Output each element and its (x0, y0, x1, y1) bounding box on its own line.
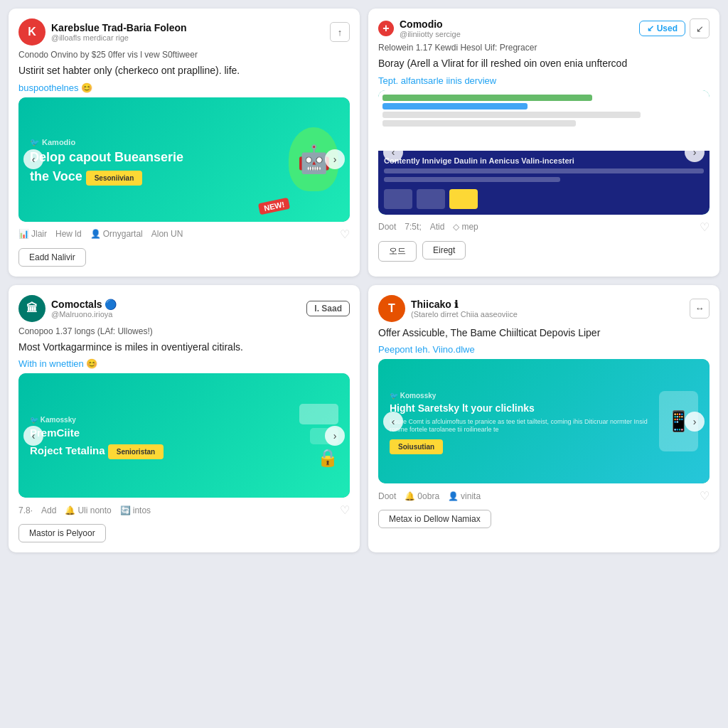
card-header-left: TThiicako ℹ(Starelo dirret Chiia aaseovi… (378, 295, 518, 322)
carousel-right-arrow[interactable]: › (685, 412, 705, 432)
footer-stat: Hew ld (55, 229, 82, 239)
card-header-right: I. Saad (306, 301, 350, 316)
card-main-text: Most Vortkagarmince is miles in oventiye… (18, 341, 350, 355)
card-action-btn[interactable]: Metax io Dellow Namiax (378, 510, 491, 528)
card-link-text[interactable]: Tept. alfantsarle iinis derview (378, 75, 710, 86)
avatar: T (378, 295, 405, 322)
carousel-left-arrow[interactable]: ‹ (23, 426, 43, 446)
avatar: 🏛 (18, 295, 46, 322)
card-icon-btn[interactable]: ↔ (690, 299, 710, 318)
card-carousel: ‹ 🐦 Kamossky PremCiiteRoject Tetalina Se… (18, 373, 350, 498)
card-footer: Doot7:5t;Atid◇mep♡ (378, 220, 710, 234)
footer-stat: 🔄intos (120, 505, 151, 515)
new-badge: NEW! (257, 197, 290, 215)
like-button[interactable]: ♡ (700, 489, 710, 503)
footer-stat-label: Ornygartal (103, 229, 143, 239)
card-card1: KKarebslue Trad-Baria Foleon@illoafls me… (9, 9, 360, 277)
footer-stat-icon: 👤 (448, 491, 459, 501)
card-icon-btn[interactable]: ↑ (330, 22, 350, 42)
extra-action-btn[interactable]: Eiregt (422, 241, 466, 259)
card-header: TThiicako ℹ(Starelo dirret Chiia aaseovi… (378, 295, 710, 322)
footer-stat-label: Doot (378, 491, 396, 501)
footer-stat-icon: 🔄 (120, 505, 131, 515)
footer-stat-label: mep (461, 222, 478, 232)
card-header-right: ↔ (690, 299, 710, 318)
footer-stat-label: Doot (378, 222, 396, 232)
account-handle: (Starelo dirret Chiia aaseoviice (411, 310, 518, 318)
like-button[interactable]: ♡ (700, 220, 710, 234)
account-info: Comoctals 🔵@Malruono.irioya (51, 299, 117, 318)
footer-stat-label: Alon UN (151, 229, 183, 239)
card-carousel: ‹ 🐦 Komossky Hight Saretsky lt your clic… (378, 359, 710, 483)
card-image-kamossky: 🐦 Kamossky PremCiiteRoject Tetalina Seni… (18, 373, 350, 498)
card-footer: Doot🔔0obra👤vinita♡ (378, 489, 710, 503)
footer-stat: 👤vinita (448, 491, 481, 501)
card-image-dashboard: Contently Innivige Daulin in Aenicus Val… (378, 90, 710, 215)
carousel-right-arrow[interactable]: › (325, 149, 345, 169)
avatar: + (378, 21, 394, 36)
extra-action-btn[interactable]: 오드 (378, 241, 417, 262)
card-action-btn[interactable]: Eadd Nalivir (18, 248, 86, 267)
account-handle: @Malruono.irioya (51, 310, 117, 318)
card-action-btn[interactable]: Mastor is Pelyoor (18, 524, 106, 542)
card-image-kamodio: 🐦 Kamodio Delop capout Bueanserie the Vo… (18, 97, 350, 222)
card-badge[interactable]: I. Saad (306, 301, 350, 316)
card-carousel: ‹ 🐦 Kamodio Delop capout Bueanserie the … (18, 97, 350, 222)
account-name: Comoctals 🔵 (51, 299, 117, 310)
card-link-text[interactable]: Peepont leh. Viino.dlwe (378, 344, 710, 355)
card-header: +Comodio@iliniiotty sercige↙ Used↙ (378, 18, 710, 38)
card-link-text[interactable]: With in wnettien 😊 (18, 358, 350, 369)
card-header-right: ↙ Used↙ (639, 18, 710, 38)
kamossky-cta-btn[interactable]: Senioristan (108, 444, 164, 459)
account-name: Karebslue Trad-Baria Foleon (51, 22, 187, 33)
footer-stat-label: intos (133, 505, 151, 515)
kamossky-text: 🐦 Kamossky PremCiiteRoject Tetalina Seni… (30, 412, 164, 459)
card-header-left: +Comodio@iliniiotty sercige (378, 18, 461, 38)
footer-stat: 👤Ornygartal (90, 229, 143, 239)
footer-stat: 🔔0obra (405, 491, 439, 501)
card-header: KKarebslue Trad-Baria Foleon@illoafls me… (18, 18, 350, 46)
footer-stat-label: Atid (430, 222, 445, 232)
card-carousel: ‹ Contently Innivige Daulin in Aenicus V… (378, 90, 710, 215)
footer-stat: 7:5t; (405, 222, 421, 232)
like-button[interactable]: ♡ (340, 503, 350, 517)
carousel-right-arrow[interactable]: › (325, 426, 345, 446)
card-footer: 📊JlairHew ld👤OrnygartalAlon UN♡ (18, 228, 350, 241)
extra-btns-row: 오드Eiregt (378, 238, 710, 262)
card-footer: 7.8·Add🔔Uli nonto🔄intos♡ (18, 503, 350, 517)
footer-stat-label: vinita (461, 491, 481, 501)
card-header-left: 🏛Comoctals 🔵@Malruono.irioya (18, 295, 117, 322)
main-grid: KKarebslue Trad-Baria Foleon@illoafls me… (0, 0, 728, 561)
card-link-text[interactable]: buspoothelnes 😊 (18, 82, 350, 93)
kamodio-cta-btn[interactable]: Sesoniivian (86, 171, 143, 186)
footer-stat-icon: 📊 (18, 229, 29, 239)
account-info: Karebslue Trad-Baria Foleon@illoafls mer… (51, 22, 187, 42)
footer-stats: Doot7:5t;Atid◇mep (378, 222, 478, 232)
card-badge[interactable]: ↙ Used (639, 21, 685, 36)
account-info: Comodio@iliniiotty sercige (400, 18, 461, 38)
card-card3: 🏛Comoctals 🔵@Malruono.irioyaI. SaadConop… (9, 285, 360, 553)
account-name: Thiicako ℹ (411, 299, 518, 310)
footer-stat-icon: 🔔 (65, 505, 75, 515)
footer-stat-icon: ◇ (453, 222, 459, 232)
footer-stat-label: Jlair (31, 229, 47, 239)
kamossky2-cta-btn[interactable]: Soiusutian (390, 439, 443, 454)
carousel-right-arrow[interactable]: › (685, 142, 705, 162)
footer-stat-label: 7:5t; (405, 222, 421, 232)
footer-stat: Doot (378, 222, 396, 232)
footer-stat-label: Uli nonto (77, 505, 111, 515)
like-button[interactable]: ♡ (340, 228, 350, 241)
footer-stat: 📊Jlair (18, 229, 47, 239)
dashboard-mock: Contently Innivige Daulin in Aenicus Val… (378, 90, 710, 215)
footer-stat-label: 0obra (417, 491, 439, 501)
account-handle: @iliniiotty sercige (400, 30, 461, 38)
card-icon-btn[interactable]: ↙ (690, 18, 710, 38)
carousel-left-arrow[interactable]: ‹ (23, 149, 43, 169)
card-meta: Conopoo 1.37 longs (LAf: Ullowes!) (18, 326, 350, 336)
carousel-left-arrow[interactable]: ‹ (383, 142, 403, 162)
footer-stat: Add (41, 505, 56, 515)
footer-stats: Doot🔔0obra👤vinita (378, 491, 481, 501)
card-meta: Conodo Onvino by $25 0ffer vis l vew S0f… (18, 50, 350, 60)
carousel-left-arrow[interactable]: ‹ (383, 412, 403, 432)
footer-stat-icon: 👤 (90, 229, 101, 239)
